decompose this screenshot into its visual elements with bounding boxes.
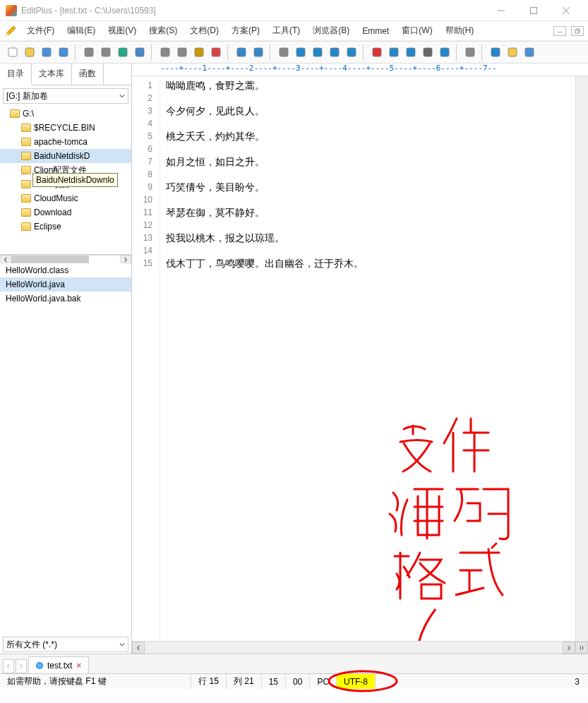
menu-emmet[interactable]: Emmet [356,23,395,39]
fullscreen-button[interactable] [487,44,504,61]
replace-button[interactable] [326,44,343,61]
scroll-thumb[interactable] [11,256,89,263]
close-tab-icon[interactable]: × [76,661,81,671]
tree-row[interactable]: Download [0,205,131,220]
open-file-button[interactable] [21,44,38,61]
find-next-button[interactable] [292,44,309,61]
menu-search[interactable]: 搜索(S) [143,22,183,40]
menu-document[interactable]: 文档(D) [184,22,224,40]
document-tab-label: test.txt [47,661,72,671]
tab-directory[interactable]: 目录 [0,64,32,85]
status-zeros: 00 [286,674,310,689]
status-mode[interactable]: PC [310,674,337,689]
svg-rect-29 [525,48,534,56]
folder-tree[interactable]: G:\$RECYCLE.BINapache-tomcaBaiduNetdiskD… [0,107,131,255]
cut-button[interactable] [157,44,174,61]
paste-button[interactable] [191,44,208,61]
file-filter[interactable]: 所有文件 (*.*) [3,637,128,652]
line-number: 12 [132,219,160,232]
svg-rect-26 [466,48,474,56]
svg-rect-17 [296,48,305,56]
editor-h-scrollbar[interactable] [132,641,588,654]
save-button[interactable] [38,44,55,61]
svg-rect-18 [313,48,322,56]
settings-button[interactable] [462,44,479,61]
tree-h-scrollbar[interactable] [0,255,131,263]
scroll-right-icon[interactable] [120,256,131,263]
find-button[interactable] [275,44,292,61]
tree-row[interactable]: BaiduNetdiskD [0,149,131,163]
file-list[interactable]: HelloWorld.classHelloWorld.javaHelloWorl… [0,263,131,635]
sidebar-tabs: 目录 文本库 函数 [0,64,131,85]
ruler-toggle-button[interactable] [419,44,436,61]
new-file-button[interactable] [4,44,21,61]
status-encoding[interactable]: UTF-8 [337,674,376,689]
scroll-left-icon[interactable] [132,642,145,654]
mdi-minimize-button[interactable] [553,26,566,36]
tab-functions[interactable]: 函数 [72,64,104,85]
file-row[interactable]: HelloWorld.java.bak [0,292,131,306]
folder-icon [10,109,20,118]
spell-check-button[interactable] [114,44,131,61]
maximize-button[interactable] [517,0,550,21]
line-number: 3 [132,104,160,117]
menu-help[interactable]: 帮助(H) [440,22,480,40]
find-prev-button[interactable] [309,44,326,61]
scroll-right-icon[interactable] [563,642,575,654]
menu-view[interactable]: 视图(V) [102,22,142,40]
svg-rect-24 [424,48,432,56]
tree-row[interactable]: apache-tomca [0,135,131,149]
menu-file[interactable]: 文件(F) [21,22,60,40]
hex-button[interactable] [385,44,402,61]
panel-toggle-button[interactable] [504,44,521,61]
svg-rect-19 [330,48,339,56]
svg-rect-12 [195,48,203,56]
tree-row[interactable]: Eclipse [0,220,131,234]
code-area[interactable]: 呦呦鹿鸣，食野之蒿。 今夕何夕，见此良人。 桃之夭夭，灼灼其华。 如月之恒，如日… [160,76,575,641]
svg-rect-14 [237,48,246,56]
undo-button[interactable] [233,44,250,61]
document-tab[interactable]: test.txt × [28,656,89,673]
menu-project[interactable]: 方案(P) [226,22,265,40]
word-wrap-button[interactable] [402,44,419,61]
print-preview-button[interactable] [97,44,114,61]
editor-v-scrollbar[interactable] [575,76,588,641]
svg-rect-16 [280,48,288,56]
file-row[interactable]: HelloWorld.java [0,277,131,292]
status-row: 行 15 [191,674,227,689]
menu-tools[interactable]: 工具(T) [267,22,306,40]
svg-rect-10 [161,48,169,56]
drive-select[interactable]: [G:] 新加卷 [3,88,128,104]
line-number: 4 [132,117,160,130]
minimize-button[interactable] [485,0,517,21]
tab-nav-next[interactable] [16,659,27,673]
tab-nav-prev[interactable] [3,659,14,673]
column-marker-button[interactable] [436,44,453,61]
menu-browser[interactable]: 浏览器(B) [307,22,355,40]
tab-cliptext[interactable]: 文本库 [32,64,72,85]
split-handle-icon[interactable] [575,642,588,654]
menu-edit[interactable]: 编辑(E) [61,22,101,40]
svg-rect-13 [212,48,220,56]
close-button[interactable] [550,0,582,21]
browser-preview-button[interactable] [131,44,148,61]
panel2-toggle-button[interactable] [521,44,538,61]
file-row[interactable]: HelloWorld.class [0,263,131,277]
delete-button[interactable] [208,44,224,61]
mdi-restore-button[interactable] [571,26,584,36]
ruler: ----+----1----+----2----+----3----+----4… [132,64,588,76]
line-number: 8 [132,168,160,181]
main-area: 目录 文本库 函数 [G:] 新加卷 G:\$RECYCLE.BINapache… [0,64,588,654]
tree-row[interactable]: CloudMusic [0,191,131,205]
tree-row[interactable]: G:\ [0,107,131,121]
copy-button[interactable] [174,44,191,61]
redo-button[interactable] [250,44,267,61]
tree-row[interactable]: $RECYCLE.BIN [0,121,131,135]
scroll-left-icon[interactable] [0,256,11,263]
menu-window[interactable]: 窗口(W) [396,22,438,40]
save-all-button[interactable] [55,44,72,61]
goto-line-button[interactable] [343,44,360,61]
svg-rect-28 [508,48,517,56]
font-small-button[interactable] [368,44,385,61]
print-button[interactable] [80,44,97,61]
